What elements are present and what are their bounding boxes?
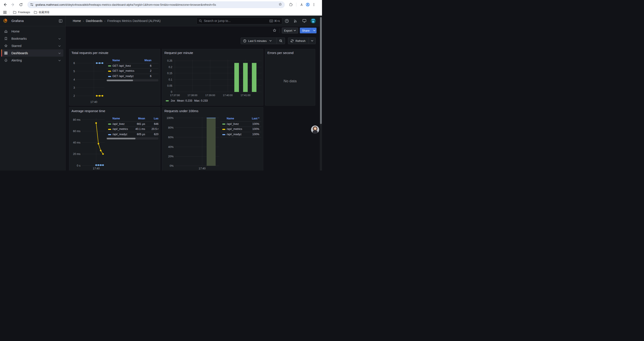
help-button[interactable] bbox=[285, 19, 289, 24]
sidebar-item-alerting[interactable]: Alerting bbox=[1, 57, 63, 64]
apps-shortcut-button[interactable] bbox=[2, 9, 8, 15]
legend-header-name[interactable]: Name bbox=[112, 59, 120, 62]
sidebar-item-starred[interactable]: Starred bbox=[1, 42, 63, 49]
browser-menu-button[interactable] bbox=[311, 2, 317, 8]
chart-canvas: 0.250.20.150.10.05017:37:0017:38:0017:39… bbox=[162, 49, 263, 105]
sidebar-nav: HomeBookmarksStarredDashboardsAlerting bbox=[0, 26, 66, 171]
panel-average-response-time[interactable]: Average response time 80 ms60 ms40 ms20 … bbox=[69, 107, 160, 171]
subheader-separator bbox=[279, 28, 280, 33]
panel-title[interactable]: Request per minute bbox=[164, 51, 193, 55]
legend-scrollbar-thumb[interactable] bbox=[107, 138, 136, 139]
legend-2xx[interactable]: 2xx Mean: 0.233 Max: 0.233 bbox=[166, 99, 208, 102]
time-range-picker[interactable]: Last 5 minutes bbox=[241, 38, 277, 44]
brand-name[interactable]: Grafana bbox=[12, 19, 24, 23]
breadcrumb-dashboards[interactable]: Dashboards bbox=[86, 19, 102, 23]
panel-title[interactable]: Total requests per minute bbox=[72, 51, 108, 55]
svg-text:60 ms: 60 ms bbox=[73, 130, 80, 133]
floating-assistant-avatar[interactable] bbox=[311, 126, 319, 134]
legend-row-separator bbox=[220, 137, 261, 137]
sidebar-item-dashboards[interactable]: Dashboards bbox=[1, 49, 63, 57]
browser-scrollbar[interactable] bbox=[320, 16, 322, 171]
address-bar[interactable]: grafana.mathmast.com/d/deytv4rwavabkb/fr… bbox=[28, 1, 285, 8]
legend-header-las[interactable]: Las bbox=[132, 117, 158, 120]
panel-request-per-minute[interactable]: Request per minute 2xx Mean: 0.233 Max: … bbox=[162, 49, 263, 106]
search-icon bbox=[199, 19, 202, 23]
chevron-down-icon[interactable] bbox=[58, 37, 61, 40]
panel-title[interactable]: Average response time bbox=[72, 109, 105, 113]
favorite-dashboard-button[interactable] bbox=[272, 28, 277, 33]
series-color-pill bbox=[108, 65, 111, 67]
svg-text:60%: 60% bbox=[168, 136, 174, 139]
svg-text:100%: 100% bbox=[166, 117, 174, 120]
bookmark-folder-blogs[interactable]: 收藏博客 bbox=[32, 10, 52, 15]
reload-icon bbox=[19, 3, 23, 7]
legend-scrollbar-thumb[interactable] bbox=[107, 80, 133, 81]
grafana-logo-icon[interactable] bbox=[3, 18, 8, 24]
downloads-button[interactable] bbox=[298, 2, 305, 8]
series-color-pill bbox=[108, 129, 111, 130]
legend-header-mean[interactable]: Mean bbox=[125, 59, 152, 62]
scrollbar-thumb[interactable] bbox=[320, 17, 322, 124]
panel-errors-per-second[interactable]: Errors per second No data bbox=[265, 49, 315, 106]
chevron-down-icon[interactable] bbox=[58, 44, 61, 48]
user-avatar[interactable] bbox=[310, 18, 316, 24]
legend-value: 6 bbox=[125, 75, 152, 78]
zoom-out-button[interactable] bbox=[277, 38, 285, 44]
bookmark-page-button[interactable] bbox=[278, 3, 282, 7]
reload-button[interactable] bbox=[18, 2, 24, 8]
dashboard-main: Export Share Last 5 minutes bbox=[66, 26, 320, 171]
legend-value: 620 bbox=[132, 133, 158, 136]
avatar-pixel-art bbox=[312, 19, 315, 20]
search-input[interactable]: Search or jump to... ⌘+k bbox=[196, 17, 282, 24]
panel-title[interactable]: Errors per second bbox=[268, 51, 294, 55]
brand-section: Grafana bbox=[0, 16, 66, 26]
apps-grid-icon bbox=[4, 51, 8, 55]
kebab-menu-icon bbox=[312, 3, 316, 6]
chevron-down-icon bbox=[270, 40, 272, 42]
svg-text:80 ms: 80 ms bbox=[73, 118, 80, 121]
bookmarks-bar: Freeleaps 收藏博客 bbox=[0, 9, 322, 16]
refresh-button[interactable]: Refresh bbox=[288, 38, 309, 44]
sidebar-item-home[interactable]: Home bbox=[1, 28, 63, 35]
export-button[interactable]: Export bbox=[282, 28, 298, 33]
forward-button[interactable] bbox=[10, 2, 16, 8]
download-icon bbox=[300, 3, 304, 7]
news-button[interactable] bbox=[294, 19, 298, 24]
share-button-group: Share bbox=[300, 28, 316, 33]
site-settings-icon[interactable] bbox=[30, 3, 34, 6]
back-button[interactable] bbox=[2, 2, 8, 8]
panel-total-requests-per-minute[interactable]: Total requests per minute 6543217:40Name… bbox=[69, 49, 160, 106]
chevron-down-icon[interactable] bbox=[58, 59, 61, 62]
chevron-down-icon[interactable] bbox=[58, 51, 61, 55]
svg-text:17:38:00: 17:38:00 bbox=[188, 94, 198, 97]
sidebar-item-bookmarks[interactable]: Bookmarks bbox=[1, 35, 63, 42]
display-button[interactable] bbox=[302, 19, 306, 24]
svg-text:20 ms: 20 ms bbox=[73, 153, 80, 156]
url-domain: grafana.mathmast.com bbox=[36, 3, 65, 6]
no-data-message: No data bbox=[265, 79, 315, 83]
sidebar-item-label: Alerting bbox=[12, 59, 58, 62]
browser-chrome: grafana.mathmast.com/d/deytv4rwavabkb/fr… bbox=[0, 0, 322, 16]
panel-title[interactable]: Requests under 100ms bbox=[164, 109, 198, 113]
svg-text:0.15: 0.15 bbox=[167, 72, 172, 75]
svg-text:17:40: 17:40 bbox=[198, 167, 206, 170]
help-icon bbox=[285, 19, 289, 23]
extensions-button[interactable] bbox=[288, 2, 294, 8]
bookmark-label: Freeleaps bbox=[18, 11, 30, 14]
panel-requests-under-100ms[interactable]: Requests under 100ms 100%80%60%40%20%0%1… bbox=[162, 107, 263, 171]
breadcrumb-home[interactable]: Home bbox=[73, 19, 81, 23]
breadcrumb: Home › Dashboards › Freeleaps Metrics Da… bbox=[73, 19, 160, 23]
svg-text:5: 5 bbox=[74, 70, 75, 73]
svg-text:20%: 20% bbox=[168, 155, 174, 158]
bookmark-folder-freeleaps[interactable]: Freeleaps bbox=[11, 10, 32, 15]
profile-button[interactable] bbox=[305, 2, 311, 8]
share-button[interactable]: Share bbox=[300, 28, 312, 33]
share-dropdown-button[interactable] bbox=[312, 28, 316, 33]
url-text[interactable]: grafana.mathmast.com/d/deytv4rwavabkb/fr… bbox=[36, 3, 277, 6]
legend-header-last[interactable]: Last * bbox=[233, 117, 259, 120]
legend-value: 2 bbox=[125, 69, 152, 72]
legend-row-separator bbox=[106, 69, 158, 69]
refresh-interval-dropdown[interactable] bbox=[309, 38, 316, 44]
series-color-pill bbox=[222, 124, 225, 125]
sidebar-toggle-icon[interactable] bbox=[59, 19, 62, 23]
